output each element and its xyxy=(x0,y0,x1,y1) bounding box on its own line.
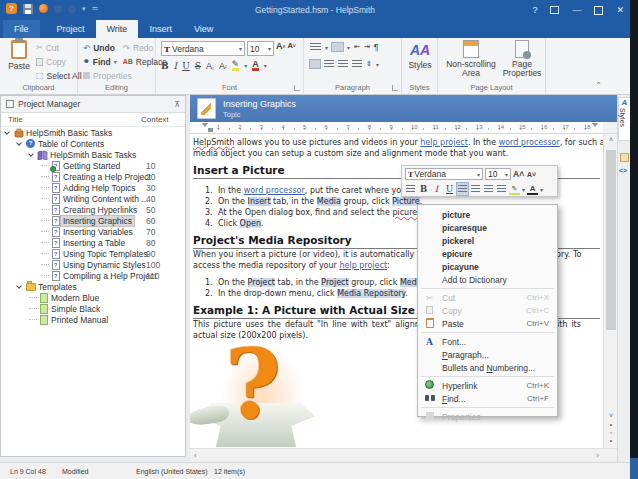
minibar-font-color-icon[interactable]: A xyxy=(527,183,538,195)
redo-button[interactable]: ↷Redo xyxy=(123,41,153,54)
align-left-icon[interactable] xyxy=(310,60,320,68)
maximize-button[interactable] xyxy=(594,6,603,15)
font-family-select[interactable]: TVerdana▾ xyxy=(161,41,245,56)
minibar-numbering-icon[interactable] xyxy=(405,183,416,195)
subscript-icon[interactable]: A₂ xyxy=(206,61,214,71)
properties-button[interactable]: Properties xyxy=(83,69,153,82)
close-button[interactable]: ✕ xyxy=(616,5,624,15)
menu-item-hyperlink[interactable]: HyperlinkCtrl+K xyxy=(418,379,557,392)
qat-customize-icon[interactable]: ≂ xyxy=(92,4,99,13)
tab-file[interactable]: File xyxy=(3,20,40,38)
tree-item-using-dynamic-styles[interactable]: ?Using Dynamic Styles100 xyxy=(1,259,185,270)
strikethrough-icon[interactable]: S xyxy=(195,61,201,71)
font-dialog-launcher-icon[interactable] xyxy=(294,85,300,91)
hyperlink[interactable]: word processor xyxy=(499,138,560,147)
pin-icon[interactable]: ⊼ xyxy=(174,100,180,109)
bullets-icon[interactable] xyxy=(310,43,321,51)
tree-item-adding-help-topics[interactable]: ?Adding Help Topics30 xyxy=(1,182,185,193)
minibar-bold-icon[interactable]: B xyxy=(418,183,429,195)
hyperlink[interactable]: help project xyxy=(339,261,387,270)
browse-dot2-icon[interactable]: • xyxy=(604,437,618,444)
minibar-align-left-icon[interactable] xyxy=(457,183,468,195)
paragraph-dialog-launcher-icon[interactable] xyxy=(392,85,398,91)
align-right-icon[interactable] xyxy=(338,60,348,68)
compile-icon[interactable] xyxy=(39,4,48,13)
tree-item-inserting-a-table[interactable]: ?Inserting a Table80 xyxy=(1,237,185,248)
underline-icon[interactable]: U xyxy=(182,61,190,71)
browse-dot1-icon[interactable]: • xyxy=(604,421,618,428)
menu-item-epicure[interactable]: epicure xyxy=(418,247,557,260)
vertical-scrollbar[interactable]: ˄ ˅ • ▫ • xyxy=(603,134,617,448)
select-all-button[interactable]: ⬚Select All xyxy=(36,69,82,82)
tree-item-inserting-variables[interactable]: ?Inserting Variables70 xyxy=(1,226,185,237)
menu-item-pickerel[interactable]: pickerel xyxy=(418,234,557,247)
tree-item-writing-content-with-[interactable]: ?Writing Content with ...40 xyxy=(1,193,185,204)
tree-item-table-of-contents[interactable]: ?Table of Contents xyxy=(1,138,185,149)
ribbon-display-button[interactable] xyxy=(550,6,559,14)
tab-view[interactable]: View xyxy=(183,20,224,38)
expand-chevron-icon[interactable] xyxy=(16,140,22,146)
minibar-highlight-icon[interactable]: ✎ xyxy=(509,183,520,195)
menu-item-picaresque[interactable]: picaresque xyxy=(418,221,557,234)
menu-item-add-to-dictionary[interactable]: Add to Dictionary xyxy=(418,273,557,286)
scroll-left-icon[interactable]: ‹ xyxy=(194,451,197,460)
font-size-select[interactable]: 10▾ xyxy=(247,41,274,56)
font-color-icon[interactable]: A xyxy=(252,60,259,71)
tree-item-compiling-a-help-project[interactable]: ?Compiling a Help Project110 xyxy=(1,270,185,281)
menu-item-paragraph-[interactable]: Paragraph... xyxy=(418,348,557,361)
minibar-font-family-select[interactable]: TVerdana▾ xyxy=(405,168,483,180)
non-scrolling-area-button[interactable]: Non-scrollingArea xyxy=(443,40,499,78)
shrink-font-icon[interactable]: A˅ xyxy=(287,41,295,56)
status-language[interactable]: English (United States) xyxy=(136,468,208,475)
horizontal-scrollbar[interactable]: ‹ › xyxy=(190,448,617,461)
superscript-icon[interactable]: A² xyxy=(219,61,227,71)
find-button[interactable]: ⚭Find▾ xyxy=(83,55,117,68)
browse-prev-icon[interactable]: ˅ xyxy=(604,412,618,419)
ruler[interactable]: 123456789101112131415161718 xyxy=(190,122,603,134)
tree-item-modern-blue[interactable]: .Modern Blue xyxy=(1,292,185,303)
styles-button[interactable]: AA Styles xyxy=(404,40,436,70)
expand-chevron-icon[interactable] xyxy=(16,283,22,289)
menu-item-font-[interactable]: AFont... xyxy=(418,335,557,348)
tab-write[interactable]: Write xyxy=(96,20,139,38)
expand-chevron-icon[interactable] xyxy=(4,129,10,135)
hyperlink[interactable]: word processor xyxy=(244,186,305,195)
increase-indent-icon[interactable]: ⇥ xyxy=(364,43,370,51)
menu-item-paste[interactable]: PasteCtrl+V xyxy=(418,317,557,330)
menu-item-find-[interactable]: Find...Ctrl+F xyxy=(418,392,557,405)
minimize-button[interactable]: — xyxy=(572,5,581,15)
help-button[interactable]: ? xyxy=(532,5,537,15)
highlight-color-icon[interactable]: ✎ xyxy=(232,60,240,71)
minibar-italic-icon[interactable]: I xyxy=(431,183,442,195)
tree-item-printed-manual[interactable]: .Printed Manual xyxy=(1,314,185,325)
menu-item-picayune[interactable]: picayune xyxy=(418,260,557,273)
vertical-scrollbar-thumb[interactable] xyxy=(606,150,616,330)
bold-icon[interactable]: B xyxy=(161,61,169,71)
minibar-align-right-icon[interactable] xyxy=(483,183,494,195)
decrease-indent-icon[interactable]: ⇤ xyxy=(354,43,360,51)
align-justify-icon[interactable] xyxy=(352,60,362,68)
cut-button[interactable]: ✂Cut xyxy=(36,41,82,54)
tree-item-helpsmith-basic-tasks[interactable]: HelpSmith Basic Tasks xyxy=(1,127,185,138)
minibar-font-size-select[interactable]: 10▾ xyxy=(485,168,511,180)
minibar-grow-font-icon[interactable]: A˄ xyxy=(513,168,524,180)
tab-project[interactable]: Project xyxy=(46,20,96,38)
pilcrow-icon[interactable]: ¶ xyxy=(374,42,379,52)
tree-item-inserting-graphics[interactable]: ?Inserting Graphics60 xyxy=(1,215,185,226)
tree-item-helpsmith-basic-tasks[interactable]: HelpSmith Basic Tasks xyxy=(1,149,185,160)
qat-dropdown-icon[interactable]: ▾ xyxy=(82,5,86,13)
copy-button[interactable]: Copy xyxy=(36,55,82,68)
paste-button[interactable]: Paste xyxy=(4,40,34,71)
tree-item-templates[interactable]: Templates xyxy=(1,281,185,292)
tree-item-getting-started[interactable]: ?Getting Started10 xyxy=(1,160,185,171)
tab-insert[interactable]: Insert xyxy=(138,20,183,38)
minibar-shrink-font-icon[interactable]: A˅ xyxy=(526,168,537,180)
topic-editor-icon[interactable] xyxy=(620,153,629,162)
hyperlink[interactable]: help project xyxy=(420,138,468,147)
undo-button[interactable]: ↶Undo xyxy=(83,41,115,54)
expand-chevron-icon[interactable] xyxy=(28,151,34,157)
tree-item-creating-a-help-project[interactable]: ?Creating a Help Project20 xyxy=(1,171,185,182)
html-view-icon[interactable]: <> xyxy=(619,167,627,174)
column-title[interactable]: Title xyxy=(8,115,23,124)
align-center-icon[interactable] xyxy=(324,60,334,68)
